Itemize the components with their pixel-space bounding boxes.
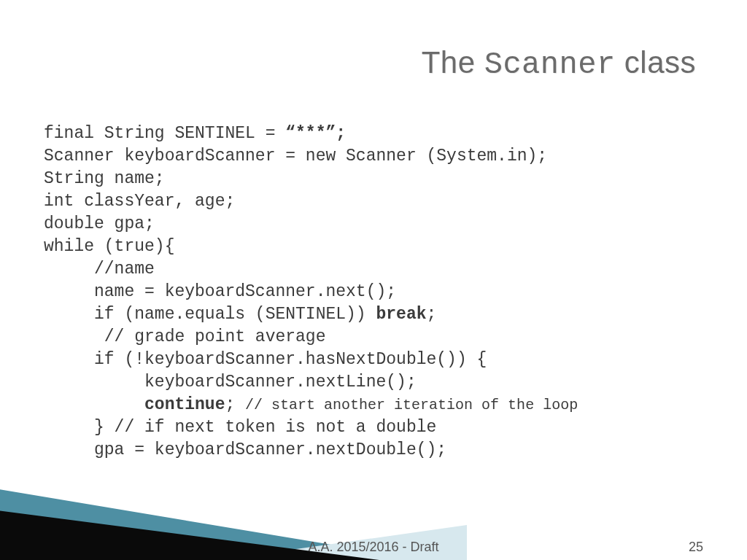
code-l2: Scanner keyboardScanner = new Scanner (S… [44,147,547,166]
code-l11: if (!keyboardScanner.hasNextDouble()) { [44,350,487,369]
code-l1a: final String SENTINEL = [44,124,285,143]
code-l9a: if (name.equals (SENTINEL)) [44,305,376,324]
code-l5: double gpa; [44,214,155,233]
code-l13b: continue [144,395,225,414]
code-l12: keyboardScanner.nextLine(); [44,373,417,392]
code-l7: //name [44,260,155,279]
code-l15: gpa = keyboardScanner.nextDouble(); [44,440,446,459]
code-l3: String name; [44,169,165,188]
code-l14: } // if next token is not a double [44,418,436,437]
title-mono: Scanner [484,47,616,82]
code-block: final String SENTINEL = “***”; Scanner k… [44,122,703,462]
code-l6: while (true){ [44,237,174,256]
code-l13c: ; [225,395,245,414]
title-pre: The [422,45,484,79]
code-l1b: “***”; [285,124,346,143]
code-l13a [44,395,144,414]
page-number: 25 [689,540,703,555]
slide-title: The Scanner class [422,45,696,82]
slide: The Scanner class final String SENTINEL … [0,0,747,560]
code-l9b: break [376,305,426,324]
code-l10: // grade point average [44,327,325,346]
code-l13d: // start another iteration of the loop [245,397,578,413]
code-l9c: ; [427,305,437,324]
triangle-dark [0,509,379,560]
code-l8: name = keyboardScanner.next(); [44,282,396,301]
title-post: class [616,45,696,79]
code-l4: int classYear, age; [44,192,235,211]
